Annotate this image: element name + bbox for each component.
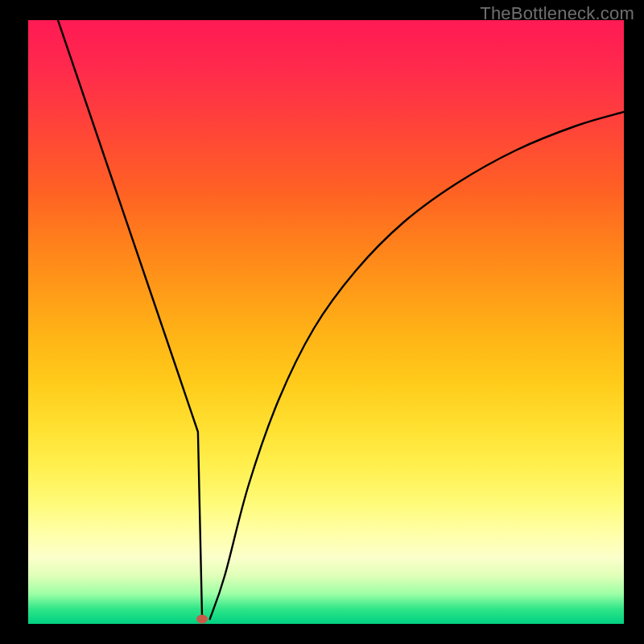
watermark-text: TheBottleneck.com [480,3,634,24]
optimal-point-marker [196,615,208,624]
bottleneck-curve [28,20,624,624]
chart-frame: TheBottleneck.com [0,0,644,644]
curve-path [58,20,624,619]
